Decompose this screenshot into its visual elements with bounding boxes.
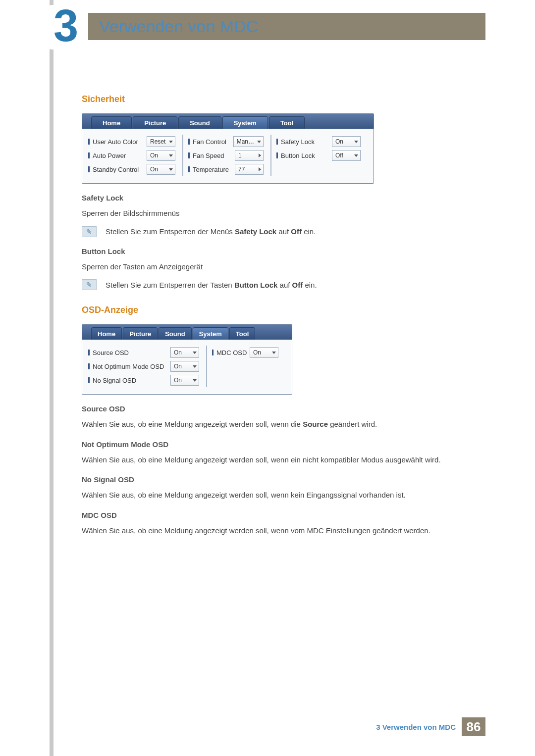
chevron-down-icon: [354, 154, 358, 157]
dropdown-fan-control[interactable]: Man…: [233, 136, 264, 147]
tab-picture[interactable]: Picture: [133, 116, 177, 129]
chevron-down-icon: [169, 168, 173, 171]
label: Auto Power: [93, 152, 126, 159]
label: User Auto Color: [93, 138, 138, 146]
row-auto-power: Auto Power On: [88, 149, 175, 162]
dropdown-safety-lock[interactable]: On: [332, 136, 361, 147]
dropdown-no-signal-osd[interactable]: On: [170, 375, 199, 386]
chevron-down-icon: [193, 379, 197, 382]
tabs-row: Home Picture Sound System Tool: [82, 325, 292, 340]
dropdown-standby-control[interactable]: On: [147, 164, 175, 175]
chapter-badge: 3: [44, 5, 88, 50]
note-icon: ✎: [82, 226, 97, 237]
label: No Signal OSD: [93, 377, 136, 384]
tab-tool[interactable]: Tool: [269, 116, 305, 129]
page-number: 86: [462, 717, 485, 736]
label: Safety Lock: [281, 138, 315, 146]
section-heading-sicherheit: Sicherheit: [82, 94, 478, 104]
row-not-optimum-mode-osd: Not Optimum Mode OSD On: [88, 359, 199, 373]
row-temperature: Temperature 77: [188, 162, 264, 176]
label: Temperature: [193, 166, 229, 173]
page-footer: 3 Verwenden von MDC 86: [376, 717, 485, 736]
tab-home[interactable]: Home: [91, 327, 122, 340]
chevron-down-icon: [193, 365, 197, 368]
subhead-not-optimum: Not Optimum Mode OSD: [82, 440, 478, 449]
subhead-safety-lock: Safety Lock: [82, 194, 478, 202]
label: Source OSD: [93, 349, 129, 356]
label: Fan Control: [193, 138, 226, 146]
chevron-down-icon: [257, 141, 261, 143]
text-no-signal: Wählen Sie aus, ob eine Meldung angezeig…: [82, 490, 478, 501]
dropdown-mdc-osd[interactable]: On: [250, 347, 278, 358]
section-heading-osd: OSD-Anzeige: [82, 305, 478, 315]
chevron-down-icon: [272, 352, 276, 354]
row-fan-speed: Fan Speed 1: [188, 149, 264, 162]
label: Button Lock: [281, 152, 315, 159]
dropdown-auto-power[interactable]: On: [147, 150, 175, 161]
chapter-title: Verwenden von MDC: [99, 17, 258, 36]
tab-sound[interactable]: Sound: [159, 327, 191, 340]
text-not-optimum: Wählen Sie aus, ob eine Meldung angezeig…: [82, 454, 478, 466]
panel-osd: Home Picture Sound System Tool Source OS…: [82, 324, 292, 395]
row-button-lock: Button Lock Off: [276, 149, 361, 162]
dropdown-source-osd[interactable]: On: [170, 347, 199, 358]
stepper-temperature[interactable]: 77: [235, 164, 264, 175]
text-safety-lock: Sperren der Bildschirmmenüs: [82, 208, 478, 219]
row-standby-control: Standby Control On: [88, 162, 175, 176]
tab-picture[interactable]: Picture: [123, 327, 158, 340]
text-button-lock: Sperren der Tasten am Anzeigegerät: [82, 261, 478, 273]
chevron-down-icon: [169, 154, 173, 157]
tab-sound[interactable]: Sound: [178, 116, 221, 129]
row-fan-control: Fan Control Man…: [188, 135, 264, 149]
note-text: Stellen Sie zum Entsperren der Tasten Bu…: [106, 281, 317, 289]
label: MDC OSD: [216, 349, 247, 356]
chevron-down-icon: [169, 141, 173, 143]
chapter-number: 3: [44, 5, 88, 47]
arrow-right-icon: [259, 153, 261, 157]
label: Not Optimum Mode OSD: [93, 363, 164, 370]
note-safety-lock: ✎ Stellen Sie zum Entsperren der Menüs S…: [82, 226, 478, 237]
chevron-down-icon: [354, 141, 358, 143]
row-no-signal-osd: No Signal OSD On: [88, 373, 199, 387]
text-source-osd: Wählen Sie aus, ob eine Meldung angezeig…: [82, 419, 478, 430]
tabs-row: Home Picture Sound System Tool: [82, 114, 374, 129]
chevron-down-icon: [193, 352, 197, 354]
text-mdc-osd: Wählen Sie aus, ob eine Meldung angezeig…: [82, 525, 478, 537]
panel-sicherheit: Home Picture Sound System Tool User Auto…: [82, 113, 374, 184]
stepper-fan-speed[interactable]: 1: [235, 150, 264, 161]
row-safety-lock: Safety Lock On: [276, 135, 361, 149]
note-icon: ✎: [82, 279, 97, 290]
tab-system[interactable]: System: [222, 116, 268, 129]
row-mdc-osd: MDC OSD On: [212, 346, 278, 359]
footer-text: 3 Verwenden von MDC: [376, 723, 456, 731]
label: Fan Speed: [193, 152, 224, 159]
tab-tool[interactable]: Tool: [229, 327, 255, 340]
tab-system[interactable]: System: [193, 327, 228, 340]
dropdown-user-auto-color[interactable]: Reset: [147, 136, 175, 147]
subhead-source-osd: Source OSD: [82, 404, 478, 413]
note-text: Stellen Sie zum Entsperren der Menüs Saf…: [106, 227, 316, 236]
arrow-right-icon: [259, 167, 261, 171]
subhead-no-signal: No Signal OSD: [82, 475, 478, 484]
row-user-auto-color: User Auto Color Reset: [88, 135, 175, 149]
tab-home[interactable]: Home: [91, 116, 132, 129]
subhead-button-lock: Button Lock: [82, 247, 478, 255]
row-source-osd: Source OSD On: [88, 346, 199, 359]
left-margin-stripe: [50, 0, 54, 756]
subhead-mdc-osd: MDC OSD: [82, 511, 478, 519]
dropdown-button-lock[interactable]: Off: [332, 150, 361, 161]
dropdown-not-optimum-mode-osd[interactable]: On: [170, 361, 199, 372]
label: Standby Control: [93, 166, 139, 173]
note-button-lock: ✎ Stellen Sie zum Entsperren der Tasten …: [82, 279, 478, 290]
